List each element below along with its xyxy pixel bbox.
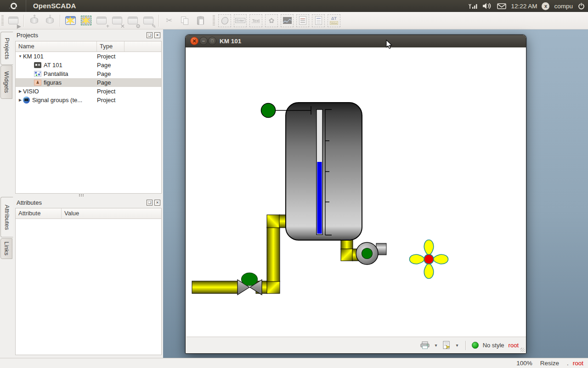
current-user-label: root xyxy=(573,360,583,367)
elfigure-widget-icon[interactable] xyxy=(218,14,231,27)
load-from-db-icon[interactable]: ⇑ xyxy=(28,14,40,27)
toolbar-drag-handle[interactable] xyxy=(213,15,215,26)
toolbar-separator xyxy=(23,15,24,27)
fan-petal xyxy=(410,254,425,264)
page-icon: ♟ xyxy=(34,80,41,86)
ubuntu-one-icon[interactable]: x xyxy=(542,2,549,10)
projects-panel-titlebar: Projects ❏ ✕ xyxy=(14,29,163,41)
tree-row-pantallita[interactable]: Pantallita Page xyxy=(16,69,161,78)
attributes-panel-title: Attributes xyxy=(17,199,42,206)
tab-projects[interactable]: Projects xyxy=(0,32,13,65)
new-visual-item-icon[interactable] xyxy=(64,14,77,27)
network-signal-icon[interactable] xyxy=(469,3,478,9)
mode-label: Resize xyxy=(540,360,559,367)
window-close-button[interactable]: ✕ xyxy=(190,37,198,45)
window-minimize-button[interactable]: − xyxy=(199,37,208,45)
tab-widgets[interactable]: Widgets xyxy=(0,65,12,99)
close-panel-button[interactable]: ✕ xyxy=(154,32,160,38)
expander-icon[interactable]: ▼ xyxy=(16,54,23,58)
add-visual-item-icon[interactable]: + xyxy=(95,14,108,27)
column-attribute[interactable]: Attribute xyxy=(16,208,62,218)
formel-widget-icon[interactable]: Enter xyxy=(234,14,247,27)
print-dropdown-arrow[interactable]: ▾ xyxy=(435,343,437,348)
diagram-widget-icon[interactable] xyxy=(281,14,294,27)
tree-row-figuras[interactable]: ♟figuras Page xyxy=(16,78,161,87)
level-fill xyxy=(317,162,322,234)
style-state-lamp xyxy=(472,342,479,349)
app-title: OpenSCADA xyxy=(33,2,76,10)
visual-item-properties-icon[interactable]: ⚙ xyxy=(126,14,139,27)
save-to-db-icon[interactable]: ⇓ xyxy=(43,14,56,27)
tab-links[interactable]: Links xyxy=(0,238,12,259)
tree-row-at101[interactable]: AT 101 Page xyxy=(16,61,161,69)
scada-diagram xyxy=(187,48,526,336)
volume-icon[interactable] xyxy=(482,3,492,9)
print-icon[interactable] xyxy=(420,341,430,349)
tree-row-signal-groups[interactable]: ▶Signal groups (te... Project xyxy=(16,96,161,104)
scada-page-canvas[interactable] xyxy=(187,48,526,336)
tank[interactable] xyxy=(286,103,362,240)
expander-icon[interactable]: ▶ xyxy=(16,98,23,102)
tree-row-visio[interactable]: ▶VISIO Project xyxy=(16,87,161,96)
valve-lamp xyxy=(242,273,258,286)
export-icon[interactable] xyxy=(442,341,451,350)
zoom-level: 100% xyxy=(516,360,532,367)
clock[interactable]: 12:22 AM xyxy=(511,3,537,10)
paste-icon[interactable] xyxy=(194,14,207,27)
style-label: No style xyxy=(483,342,504,349)
session-host[interactable]: compu xyxy=(554,3,573,10)
attributes-header: Attribute Value xyxy=(16,208,161,219)
float-panel-button[interactable]: ❏ xyxy=(147,200,153,206)
edit-visual-item-icon[interactable]: ✎ xyxy=(142,14,155,27)
close-panel-button[interactable]: ✕ xyxy=(154,200,160,206)
column-value[interactable]: Value xyxy=(62,208,161,218)
fan[interactable] xyxy=(410,240,448,279)
valve[interactable] xyxy=(237,273,262,295)
system-top-bar: OpenSCADA 12:22 AM x compu xyxy=(0,0,588,12)
document-widget-icon[interactable] xyxy=(312,14,325,27)
column-name[interactable]: Name xyxy=(16,41,97,52)
fan-petal xyxy=(433,254,448,264)
mouse-cursor xyxy=(386,40,393,50)
window-maximize-button[interactable]: □ xyxy=(208,37,216,45)
mail-icon[interactable] xyxy=(497,3,506,9)
attributes-table: Attribute Value xyxy=(15,208,162,355)
text-widget-icon[interactable]: Text xyxy=(249,14,262,27)
column-type[interactable]: Type xyxy=(97,41,124,52)
run-project-icon[interactable]: ▶ xyxy=(7,14,20,27)
expander-icon[interactable]: ▶ xyxy=(16,89,23,93)
window-title: KM 101 xyxy=(220,38,241,45)
new-widget-library-icon[interactable] xyxy=(79,14,92,27)
tree-row-km101[interactable]: ▼KM 101 Project xyxy=(16,52,161,61)
delete-visual-item-icon[interactable]: ✕ xyxy=(111,14,124,27)
status-separator: . xyxy=(567,360,569,367)
topbar-separator xyxy=(26,0,26,12)
main-toolbar: ▶ ⇑ ⇓ + ✕ ⚙ ✎ ✂ Enter Text ✿ ΔTValue xyxy=(0,12,588,29)
left-dock: Projects Widgets Attributes Links Projec… xyxy=(0,29,163,358)
media-widget-icon[interactable]: ✿ xyxy=(265,14,278,27)
float-panel-button[interactable]: ❏ xyxy=(147,32,153,38)
screen-statusbar: 100% Resize . root xyxy=(0,358,588,368)
toolbar-drag-handle[interactable] xyxy=(1,15,4,26)
value-widget-icon[interactable]: ΔTValue xyxy=(328,14,340,27)
protocol-widget-icon[interactable] xyxy=(296,14,309,27)
projects-panel: Projects ❏ ✕ Name Type ▼KM 101 Project A… xyxy=(14,29,163,195)
window-titlebar[interactable]: ✕ − □ KM 101 xyxy=(186,35,526,47)
toolbar-separator xyxy=(158,15,159,27)
pump[interactable] xyxy=(356,242,378,264)
cut-icon[interactable]: ✂ xyxy=(163,14,175,27)
ubuntu-logo-icon[interactable] xyxy=(9,1,18,11)
fan-hub xyxy=(424,254,434,264)
window-statusbar: ▾ ▾ No style root xyxy=(187,337,526,353)
panel-splitter[interactable] xyxy=(79,194,80,195)
km101-window[interactable]: ✕ − □ KM 101 xyxy=(185,34,526,354)
system-tray: 12:22 AM x compu xyxy=(469,0,585,12)
tab-attributes[interactable]: Attributes xyxy=(0,197,13,237)
window-user-label: root xyxy=(509,342,519,349)
fan-petal xyxy=(424,263,433,279)
copy-icon[interactable] xyxy=(178,14,191,27)
power-icon[interactable] xyxy=(577,2,585,10)
export-dropdown-arrow[interactable]: ▾ xyxy=(456,343,458,348)
projects-panel-title: Projects xyxy=(17,32,38,39)
window-resize-grip[interactable] xyxy=(520,348,525,352)
